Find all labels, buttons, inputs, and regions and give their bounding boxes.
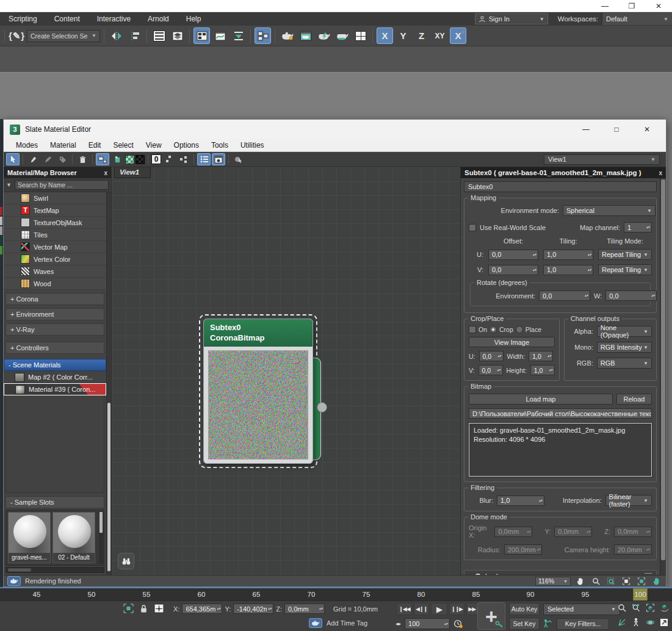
load-map-button[interactable]: Load map	[469, 394, 613, 405]
drag-handle-icon[interactable]	[645, 573, 652, 575]
add-time-tag-label[interactable]: Add Time Tag	[327, 619, 367, 627]
pan-tool-button[interactable]	[575, 576, 586, 586]
crop-on-checkbox[interactable]	[469, 326, 476, 333]
group-scene-materials[interactable]: - Scene Materials	[4, 359, 106, 371]
node-output-socket[interactable]	[317, 402, 327, 413]
parameter-close-icon[interactable]: x	[659, 170, 662, 176]
group-controllers[interactable]: + Controllers	[5, 342, 104, 354]
spinner-arrows-icon[interactable]: ▴▾	[587, 269, 591, 272]
use-real-world-scale-checkbox[interactable]	[469, 224, 476, 231]
output-rollout[interactable]: ▸ Output	[464, 570, 657, 575]
slate-menu-options[interactable]: Options	[168, 141, 205, 150]
workspace-dropdown[interactable]: Default ▼	[602, 13, 672, 25]
zoom-extents-selected-button[interactable]	[636, 576, 647, 586]
sample-slots-scrollbar[interactable]	[99, 511, 103, 564]
window-close-button[interactable]: ✕	[645, 2, 672, 10]
group-vray[interactable]: + V-Ray	[5, 323, 104, 336]
selection-set-dropdown[interactable]: Create Selection Se ▼	[27, 30, 100, 42]
zoom-tool-button[interactable]	[590, 576, 601, 586]
layout-vertical-button[interactable]	[162, 153, 176, 165]
slate-titlebar[interactable]: 3 Slate Material Editor — □ ✕	[4, 120, 666, 139]
alpha-dropdown[interactable]: None (Opaque)▼	[597, 326, 652, 337]
view-image-button[interactable]: View Image	[469, 337, 555, 347]
next-frame-button[interactable]: ❙❙▶	[449, 603, 464, 615]
zoom-extents-icon[interactable]	[645, 603, 656, 613]
view-tab[interactable]: View1	[114, 167, 151, 178]
zoom-viewport-icon[interactable]	[616, 603, 627, 613]
z-coord-field[interactable]: 0,0mm▴▾	[284, 604, 325, 614]
maxscript-button[interactable]: {✎}	[9, 27, 25, 44]
spinner-arrows-icon[interactable]: ▴▾	[538, 499, 543, 502]
slate-menu-material[interactable]: Material	[44, 141, 82, 150]
map-item-vertex-color[interactable]: Vertex Color	[4, 253, 106, 265]
auto-key-button[interactable]: Auto Key	[509, 603, 540, 615]
key-filters-button[interactable]: Key Filters...	[557, 618, 609, 630]
spinner-arrows-icon[interactable]: ▴▾	[496, 355, 501, 358]
render-elements-button[interactable]	[352, 27, 369, 44]
slate-menu-view[interactable]: View	[140, 141, 168, 150]
layout-horizontal-button[interactable]	[177, 153, 190, 165]
time-configuration-icon[interactable]	[453, 619, 463, 629]
sign-in-dropdown[interactable]: Sign In ▼	[475, 13, 548, 24]
window-minimize-button[interactable]: —	[591, 2, 618, 10]
pick-material-button[interactable]	[26, 153, 40, 165]
zoom-all-icon[interactable]	[630, 603, 641, 613]
show-standard-map-button[interactable]: 0	[151, 154, 161, 164]
node-bitmap-preview[interactable]	[208, 350, 308, 460]
show-in-viewport-button[interactable]	[110, 153, 124, 165]
browser-close-icon[interactable]: x	[104, 170, 107, 176]
map-item-swirl[interactable]: Swirl	[4, 192, 106, 204]
slate-minimize-button[interactable]: —	[573, 125, 599, 134]
rgb-dropdown[interactable]: RGB▼	[597, 358, 652, 369]
blur-spinner[interactable]: 1,0▴▾	[497, 496, 544, 506]
spinner-arrows-icon[interactable]: ▴▾	[532, 269, 537, 272]
group-corona[interactable]: + Corona	[5, 293, 104, 305]
map-channel-spinner[interactable]: 1▴▾	[624, 222, 652, 233]
spinner-arrows-icon[interactable]: ▴▾	[546, 355, 551, 358]
make-unique-button[interactable]	[41, 153, 54, 165]
select-tool-button[interactable]	[6, 153, 20, 165]
axis-constraint-xy-button[interactable]: XY	[432, 27, 448, 44]
reload-button[interactable]: Reload	[616, 394, 652, 405]
interpolation-dropdown[interactable]: Bilinear (faster)▼	[605, 495, 652, 506]
scrollbar-thumb[interactable]	[107, 403, 110, 571]
assign-material-to-selection-button[interactable]	[96, 153, 109, 165]
spinner-arrows-icon[interactable]: ▴▾	[583, 294, 588, 297]
spinner-arrows-icon[interactable]: ▴▾	[548, 369, 553, 372]
u-offset-spinner[interactable]: 0,0▴▾	[488, 250, 538, 260]
v-tiling-spinner[interactable]: 1,0▴▾	[543, 265, 593, 275]
walk-through-icon[interactable]	[630, 618, 641, 627]
go-to-start-button[interactable]: ❙◀◀	[397, 603, 412, 615]
scrollbar-thumb[interactable]	[8, 568, 31, 572]
pan-active-button[interactable]	[651, 576, 662, 586]
map-item-vector-map[interactable]: Vector Map	[4, 241, 106, 253]
v-tiling-mode-dropdown[interactable]: Repeat Tiling▼	[598, 264, 652, 275]
parameter-header[interactable]: Subtex0 ( gravel-base-01_smoothed1_2m_ma…	[461, 167, 666, 178]
show-end-result-button[interactable]	[135, 155, 145, 164]
node-header[interactable]: Subtex0 CoronaBitmap	[204, 319, 313, 347]
spinner-arrows-icon[interactable]: ▴▾	[443, 622, 448, 626]
sample-slot[interactable]: gravel-mes...	[8, 512, 51, 563]
crop-height-spinner[interactable]: 1,0▴▾	[530, 365, 555, 375]
environment-mode-dropdown[interactable]: Spherical▼	[563, 205, 656, 216]
coronabitmap-node[interactable]: Subtex0 CoronaBitmap	[203, 319, 313, 464]
zoom-extents-button[interactable]	[621, 576, 632, 586]
axis-constraint-y-button[interactable]: Y	[395, 27, 411, 44]
spinner-arrows-icon[interactable]: ▴▾	[267, 607, 272, 610]
browser-horizontal-scrollbar[interactable]	[5, 567, 104, 573]
crop-width-spinner[interactable]: 1,0▴▾	[529, 351, 553, 361]
set-key-button[interactable]: Set Key	[509, 618, 540, 630]
previous-frame-button[interactable]: ◀❙❙	[414, 603, 429, 615]
map-item-textmap[interactable]: TTextMap	[4, 204, 106, 217]
axis-constraint-x-button[interactable]: X	[377, 27, 393, 44]
material-editor-window-button[interactable]	[193, 27, 210, 44]
delete-selected-button[interactable]	[76, 153, 89, 165]
parameter-scrollbar[interactable]	[660, 178, 666, 575]
maximize-viewport-icon[interactable]	[659, 618, 670, 627]
spinner-arrows-icon[interactable]: ▴▾	[587, 253, 591, 256]
axis-constraint-z-button[interactable]: Z	[413, 27, 430, 44]
scrollbar-thumb[interactable]	[99, 512, 103, 533]
dope-sheet-button[interactable]	[230, 27, 247, 44]
slate-close-button[interactable]: ✕	[634, 125, 660, 134]
slate-menu-utilities[interactable]: Utilities	[234, 141, 270, 150]
